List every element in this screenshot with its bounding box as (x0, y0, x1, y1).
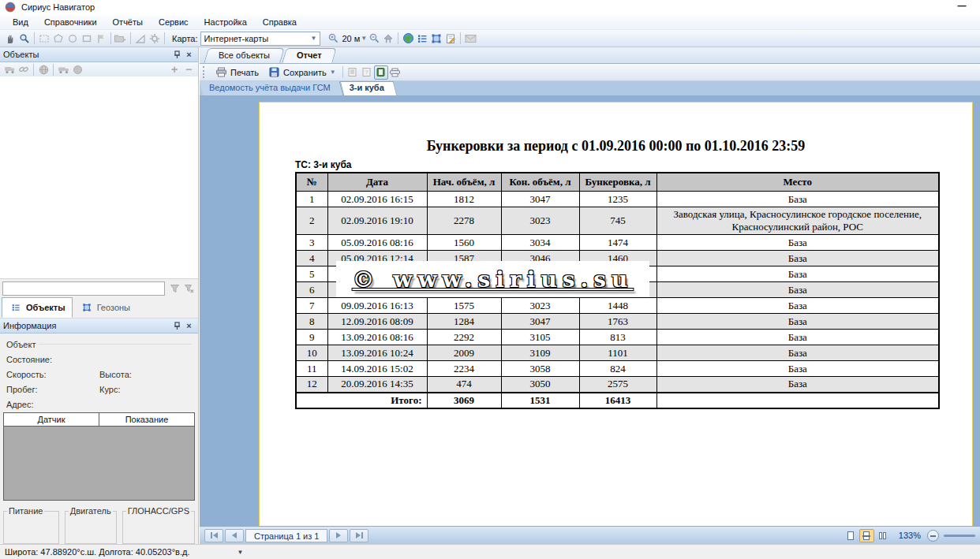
table-row: 7 09.09.2016 16:13 1575 3023 1448 База (296, 298, 939, 314)
fit-width-view-button[interactable] (859, 529, 874, 542)
report-params-icon[interactable] (374, 65, 388, 80)
objects-list[interactable] (0, 76, 198, 279)
chevron-down-icon[interactable]: ▼ (330, 69, 336, 76)
tab-objects[interactable]: Объекты (2, 297, 73, 318)
document-tab-strip: Все объекты Отчет (200, 47, 980, 64)
tab-all-objects-label: Все объекты (219, 50, 270, 60)
page-settings-icon (346, 65, 360, 80)
first-page-button[interactable] (204, 529, 223, 542)
chevron-down-icon[interactable]: ▼ (309, 32, 320, 45)
cell-date: 09.09.2016 16:13 (327, 298, 427, 314)
tab-vedomost-gsm[interactable]: Ведомость учёта выдачи ГСМ (201, 81, 342, 95)
application-window: Сириус Навигатор — ВидСправочникиОтчётыС… (0, 0, 980, 559)
pin-icon[interactable] (171, 49, 183, 60)
rect-tool-icon (80, 32, 94, 46)
tab-3i-kuba[interactable]: 3-и куба (342, 81, 395, 95)
edit-note-icon[interactable] (443, 32, 458, 46)
home-icon[interactable] (381, 32, 395, 46)
layers-folder-icon (114, 32, 128, 46)
menu-item[interactable]: Вид (5, 15, 36, 29)
info-fields: Объект Состояние: Скорость: Высота: Проб… (0, 334, 198, 410)
zoom-slider[interactable] (944, 535, 975, 537)
prev-page-button[interactable] (225, 529, 244, 542)
col-date: Дата (327, 173, 427, 192)
menu-item[interactable]: Отчёты (105, 15, 151, 29)
cell-num: 8 (296, 314, 327, 330)
cell-num: 9 (296, 330, 327, 345)
cell-num: 12 (296, 377, 327, 393)
report-viewport[interactable]: Бункеровки за период с 01.09.2016 00:00 … (200, 95, 980, 526)
total-place (656, 393, 939, 408)
menu-bar: ВидСправочникиОтчётыСервисНастройкаСправ… (0, 14, 980, 30)
info-panel-title: Информация (3, 321, 171, 330)
cell-start-volume: 2234 (427, 361, 501, 377)
total-label: Итого: (296, 393, 427, 408)
menu-item[interactable]: Справочники (36, 15, 105, 29)
geozone-icon[interactable] (429, 32, 443, 46)
minimize-button[interactable]: — (955, 1, 969, 12)
sensor-table-body[interactable] (4, 427, 194, 500)
title-bar: Сириус Навигатор — (0, 0, 980, 14)
cell-place: База (656, 298, 939, 314)
zoom-box-icon[interactable] (17, 32, 32, 46)
tab-geozones[interactable]: Геозоны (73, 297, 137, 318)
next-page-button[interactable] (329, 529, 348, 542)
last-page-button[interactable] (350, 529, 368, 542)
cell-start-volume: 1560 (427, 235, 501, 251)
tab-report[interactable]: Отчет (284, 48, 335, 63)
zoom-in-icon[interactable] (327, 32, 341, 46)
chevron-down-icon[interactable]: ▼ (237, 549, 243, 556)
object-group-label: Объект (6, 340, 36, 349)
col-num: № (296, 173, 327, 192)
sidebar-tab-strip: Объекты Геозоны (0, 298, 198, 319)
toolbar-separator (130, 32, 131, 44)
measure-icon (133, 32, 148, 46)
filter-input[interactable] (2, 281, 165, 296)
help-icon: ? (360, 65, 374, 80)
zoom-out-icon[interactable] (367, 32, 381, 46)
globe-icon (36, 62, 50, 76)
pin-icon[interactable] (171, 320, 183, 331)
single-page-view-button[interactable] (843, 529, 858, 542)
objects-panel-header: Объекты × (0, 47, 198, 62)
cell-num: 4 (296, 251, 327, 266)
close-icon[interactable]: × (183, 49, 195, 60)
cell-date: 12.09.2016 08:09 (327, 314, 427, 330)
report-tab-strip: Ведомость учёта выдачи ГСМ 3-и куба (200, 81, 980, 95)
watermark-text: © www.sirius.su (353, 266, 634, 293)
print-button[interactable]: Печать (210, 65, 263, 80)
save-button[interactable]: Сохранить ▼ (263, 65, 340, 80)
add-vehicle-icon (2, 62, 17, 76)
menu-item[interactable]: Справка (255, 15, 305, 29)
close-icon[interactable]: × (183, 320, 195, 331)
map-select[interactable]: Интернет-карты ▼ (200, 32, 320, 46)
cell-num: 7 (296, 298, 327, 314)
toolbar-separator (460, 32, 461, 44)
cell-num: 10 (296, 345, 327, 361)
zoom-step-value[interactable]: 20 м (342, 34, 361, 43)
info-panel-header: Информация × (0, 319, 198, 334)
select-polygon-icon (51, 32, 65, 46)
multi-page-view-button[interactable] (875, 529, 890, 542)
report-page: Бункеровки за период с 01.09.2016 00:00 … (259, 102, 973, 526)
chevron-down-icon[interactable]: ▼ (361, 35, 367, 42)
toolbar-separator (342, 66, 343, 78)
zoom-out-button[interactable] (927, 530, 939, 542)
page-setup-icon[interactable] (388, 65, 402, 80)
cell-bunkering: 2575 (579, 377, 656, 393)
cell-place: Заводская улица, Красносулинское городск… (656, 207, 939, 235)
object-list-icon[interactable] (415, 32, 429, 46)
globe-icon[interactable] (401, 32, 415, 46)
tab-3i-kuba-label: 3-и куба (350, 83, 384, 92)
menu-item[interactable]: Сервис (151, 15, 196, 29)
tab-all-objects[interactable]: Все объекты (206, 48, 282, 63)
pan-hand-icon[interactable] (3, 32, 17, 46)
toolbar-separator (110, 32, 111, 44)
cell-place: База (656, 330, 939, 345)
cell-num: 3 (296, 235, 327, 251)
total-end: 1531 (501, 393, 579, 408)
cell-bunkering: 824 (579, 361, 656, 377)
cell-start-volume: 2292 (427, 330, 501, 345)
menu-item[interactable]: Настройка (196, 15, 255, 29)
col-start-volume: Нач. объём, л (427, 173, 501, 192)
